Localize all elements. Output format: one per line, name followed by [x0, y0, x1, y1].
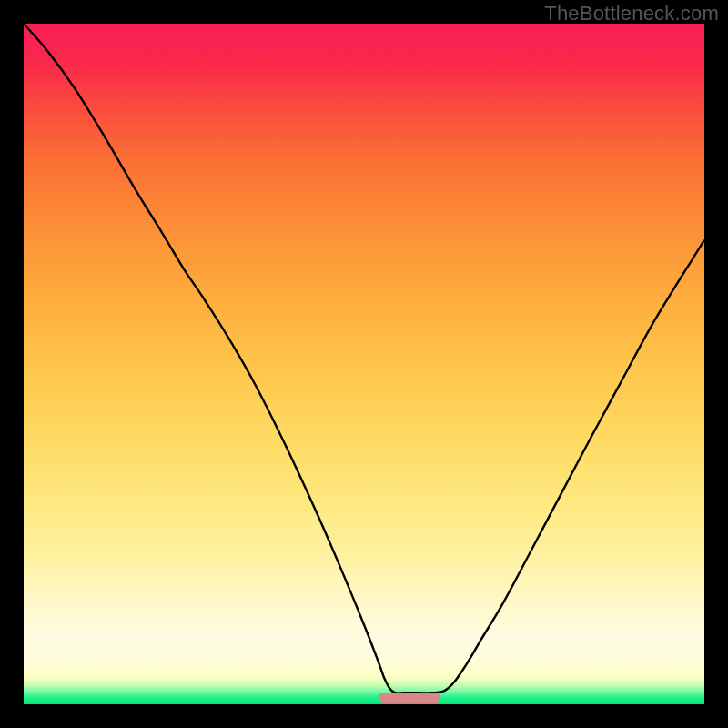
plot-area	[24, 24, 704, 704]
chart-container: TheBottleneck.com	[0, 0, 728, 728]
optimal-range-marker	[379, 693, 440, 703]
watermark-text: TheBottleneck.com	[544, 2, 719, 25]
bottleneck-curve	[24, 24, 704, 704]
